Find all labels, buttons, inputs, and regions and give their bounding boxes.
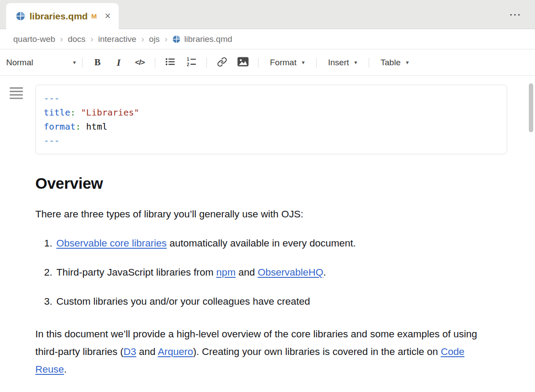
link-arquero[interactable]: Arquero xyxy=(158,346,193,357)
bold-button[interactable]: B xyxy=(87,53,108,72)
list-marker: 1. xyxy=(44,235,52,252)
more-options-icon[interactable]: ⋯ xyxy=(509,7,522,22)
breadcrumb-file[interactable]: libraries.qmd xyxy=(172,34,232,44)
intro-paragraph: There are three types of library you’ll … xyxy=(35,205,482,223)
document-canvas[interactable]: --- title:"Libraries" format:html --- Ov… xyxy=(0,76,535,378)
yaml-fence-top: --- xyxy=(44,91,499,105)
chevron-down-icon: ▾ xyxy=(354,59,357,66)
tab-title: libraries.qmd xyxy=(30,11,88,22)
block-drag-handle-icon[interactable] xyxy=(10,87,23,99)
link-npm[interactable]: npm xyxy=(216,267,236,278)
inline-code-button[interactable]: </> xyxy=(129,53,150,72)
visual-editor-window: libraries.qmd M × ⋯ quarto-web › docs › … xyxy=(0,0,535,392)
link-observable-core-libraries[interactable]: Observable core libraries xyxy=(56,238,167,249)
yaml-format-line: format:html xyxy=(44,119,499,134)
chevron-down-icon: ▾ xyxy=(406,59,409,66)
toolbar-separator xyxy=(155,58,155,67)
list-item-text: Custom libraries you and/or your colleag… xyxy=(56,293,310,310)
list-item-text: Observable core libraries automatically … xyxy=(56,235,356,252)
vertical-scrollbar-thumb[interactable] xyxy=(529,83,533,132)
quarto-file-icon xyxy=(172,35,180,43)
quarto-file-icon xyxy=(16,11,25,21)
link-observablehq[interactable]: ObservableHQ xyxy=(258,267,323,278)
breadcrumb-file-name: libraries.qmd xyxy=(184,34,232,44)
formatting-toolbar: Normal ▾ B I </> 1 2 xyxy=(0,49,535,76)
list-item-3: 3. Custom libraries you and/or your coll… xyxy=(44,293,507,310)
chevron-right-icon: › xyxy=(165,34,168,44)
modified-indicator: M xyxy=(91,12,97,20)
toolbar-separator xyxy=(369,58,369,67)
toolbar-separator xyxy=(258,58,258,67)
editor-tab-bar: libraries.qmd M × ⋯ xyxy=(0,0,535,29)
chevron-down-icon: ▾ xyxy=(302,59,305,66)
list-marker: 3. xyxy=(44,293,52,310)
numbered-list-icon: 1 2 xyxy=(186,56,197,68)
toolbar-separator xyxy=(82,58,82,67)
numbered-list-button[interactable]: 1 2 xyxy=(181,53,202,72)
chevron-down-icon: ▾ xyxy=(73,59,76,66)
table-menu[interactable]: Table ▾ xyxy=(374,58,416,67)
insert-link-button[interactable] xyxy=(211,53,232,72)
list-marker: 2. xyxy=(44,264,52,281)
paragraph-style-value: Normal xyxy=(6,58,33,67)
breadcrumb-item-quarto-web[interactable]: quarto-web xyxy=(13,34,55,44)
chevron-right-icon: › xyxy=(60,34,63,44)
link-chain-icon xyxy=(217,57,227,68)
insert-image-button[interactable] xyxy=(232,53,254,72)
toolbar-separator xyxy=(316,58,317,67)
yaml-title-line: title:"Libraries" xyxy=(44,105,499,119)
toolbar-separator xyxy=(206,58,207,67)
breadcrumb-item-interactive[interactable]: interactive xyxy=(98,34,137,44)
list-item-1: 1. Observable core libraries automatical… xyxy=(44,235,507,252)
breadcrumb-item-ojs[interactable]: ojs xyxy=(149,34,160,44)
breadcrumb-item-docs[interactable]: docs xyxy=(68,34,86,44)
chevron-right-icon: › xyxy=(90,34,94,44)
list-item-2: 2. Third-party JavaScript libraries from… xyxy=(44,264,507,281)
link-d3[interactable]: D3 xyxy=(123,346,136,357)
yaml-fence-bottom: --- xyxy=(44,134,499,148)
paragraph-style-dropdown[interactable]: Normal ▾ xyxy=(0,58,78,67)
library-types-list: 1. Observable core libraries automatical… xyxy=(35,235,507,310)
image-icon xyxy=(237,57,249,68)
list-item-text: Third-party JavaScript libraries from np… xyxy=(56,264,326,281)
bullet-list-icon xyxy=(165,56,176,68)
heading-overview: Overview xyxy=(35,175,507,192)
insert-menu-label: Insert xyxy=(328,58,349,67)
svg-text:1: 1 xyxy=(187,57,190,62)
yaml-metadata-block[interactable]: --- title:"Libraries" format:html --- xyxy=(35,85,507,154)
bullet-list-button[interactable] xyxy=(160,53,181,72)
table-menu-label: Table xyxy=(381,58,400,67)
svg-text:2: 2 xyxy=(187,62,190,67)
outro-paragraph: In this document we’ll provide a high-le… xyxy=(35,325,482,378)
format-menu-label: Format xyxy=(270,58,296,67)
chevron-right-icon: › xyxy=(141,34,144,44)
italic-button[interactable]: I xyxy=(108,53,129,72)
insert-menu[interactable]: Insert ▾ xyxy=(321,58,364,67)
breadcrumb: quarto-web › docs › interactive › ojs › … xyxy=(0,29,535,49)
tab-libraries-qmd[interactable]: libraries.qmd M × xyxy=(6,3,119,29)
format-menu[interactable]: Format ▾ xyxy=(263,58,312,67)
close-tab-icon[interactable]: × xyxy=(105,11,110,21)
